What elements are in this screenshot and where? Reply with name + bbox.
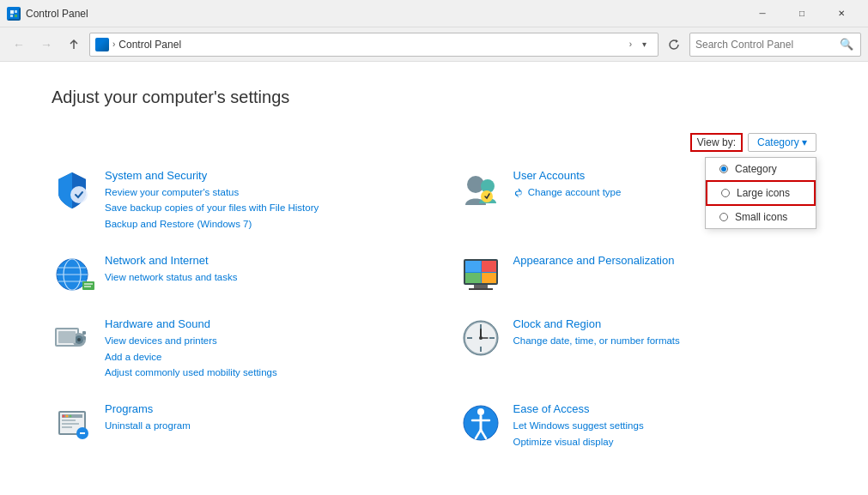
link-review-status[interactable]: Review your computer's status [105,184,409,200]
svg-rect-3 [10,15,13,17]
titlebar-title: Control Panel [26,8,743,20]
svg-point-9 [481,190,493,202]
dropdown-item-large-icons[interactable]: Large icons [706,180,816,206]
link-devices-printers[interactable]: View devices and printers [105,333,409,348]
link-add-device[interactable]: Add a device [105,349,409,365]
dropdown-category-label: Category [735,163,777,175]
svg-rect-45 [62,414,82,418]
radio-large-icons [721,189,730,197]
main-content: Adjust your computer's settings View by:… [0,62,868,495]
category-appearance: Appearance and Personalization [460,254,817,295]
forward-button[interactable]: → [34,33,58,57]
clock-region-icon [460,317,501,359]
svg-rect-25 [469,288,493,290]
svg-point-30 [77,338,81,341]
minimize-button[interactable]: ─ [743,0,782,27]
category-system-security: System and Security Review your computer… [52,169,409,232]
viewby-label: View by: [690,133,743,152]
category-clock-region: Clock and Region Change date, time, or n… [460,317,817,380]
appearance-icon [460,254,501,295]
svg-rect-24 [474,285,488,288]
svg-point-42 [479,336,483,340]
svg-point-47 [66,415,69,418]
categories-grid: System and Security Review your computer… [52,169,816,472]
programs-icon [52,402,93,444]
svg-rect-49 [62,420,76,421]
link-uninstall[interactable]: Uninstall a program [105,418,409,433]
window-controls: ─ □ ✕ [743,0,861,27]
svg-rect-50 [62,423,79,425]
ease-of-access-title[interactable]: Ease of Access [513,402,817,415]
svg-point-48 [70,415,72,418]
back-button[interactable]: ← [7,33,31,57]
svg-rect-21 [482,261,496,272]
appearance-title[interactable]: Appearance and Personalization [513,254,817,267]
address-arrow: › [629,39,632,49]
search-input[interactable] [695,39,838,51]
network-internet-content: Network and Internet View network status… [105,254,409,285]
svg-rect-51 [62,426,72,428]
system-security-title[interactable]: System and Security [105,169,409,182]
link-backup-restore[interactable]: Backup and Restore (Windows 7) [105,216,409,232]
link-windows-suggest[interactable]: Let Windows suggest settings [513,418,817,433]
svg-rect-15 [82,281,94,290]
programs-title[interactable]: Programs [105,402,409,415]
system-security-icon [52,169,93,210]
address-bar-icon [95,38,109,51]
programs-content: Programs Uninstall a program [105,402,409,433]
dropdown-item-small-icons[interactable]: Small icons [706,206,816,228]
svg-rect-1 [10,10,14,14]
clock-region-content: Clock and Region Change date, time, or n… [513,317,817,348]
refresh-button[interactable] [662,33,686,57]
page-title: Adjust your computer's settings [52,88,816,107]
svg-rect-2 [15,10,17,13]
svg-rect-22 [465,273,481,283]
radio-category [719,165,728,173]
system-security-content: System and Security Review your computer… [105,169,409,232]
link-network-status[interactable]: View network status and tasks [105,269,409,285]
app-icon [7,7,21,21]
viewby-dropdown-menu: Category Large icons Small icons [705,157,816,229]
svg-point-6 [70,186,88,203]
ease-of-access-icon [460,402,501,444]
close-button[interactable]: ✕ [822,0,861,27]
search-box: 🔍 [689,33,861,57]
svg-rect-32 [82,331,86,335]
address-bar: › Control Panel › ▾ [89,33,659,57]
search-button[interactable]: 🔍 [838,36,855,53]
category-programs: Programs Uninstall a program [52,402,409,450]
category-dropdown-button[interactable]: Category ▾ [748,133,816,152]
address-dropdown-button[interactable]: ▾ [635,33,653,56]
viewby-bar: View by: Category ▾ Category Large icons… [52,133,816,152]
user-accounts-icon [460,169,501,210]
network-internet-icon [52,254,93,295]
link-optimize-display[interactable]: Optimize visual display [513,434,817,450]
svg-rect-20 [465,261,481,272]
radio-small-icons [719,213,728,221]
hardware-sound-title[interactable]: Hardware and Sound [105,317,409,330]
link-date-time[interactable]: Change date, time, or number formats [513,333,817,348]
up-button[interactable] [62,33,86,57]
dropdown-small-icons-label: Small icons [735,211,787,223]
svg-rect-33 [82,336,86,340]
link-mobility-settings[interactable]: Adjust commonly used mobility settings [105,365,409,380]
appearance-content: Appearance and Personalization [513,254,817,269]
category-hardware-sound: Hardware and Sound View devices and prin… [52,317,409,380]
network-internet-title[interactable]: Network and Internet [105,254,409,267]
svg-rect-23 [482,273,496,283]
hardware-sound-icon [52,317,93,359]
svg-point-46 [63,415,65,418]
ease-of-access-content: Ease of Access Let Windows suggest setti… [513,402,817,450]
svg-marker-5 [676,39,678,43]
svg-point-56 [477,408,484,415]
maximize-button[interactable]: □ [782,0,822,27]
navbar: ← → › Control Panel › ▾ 🔍 [0,27,868,62]
svg-rect-31 [58,331,76,343]
titlebar: Control Panel ─ □ ✕ [0,0,868,27]
svg-rect-4 [15,15,17,17]
dropdown-item-category[interactable]: Category [706,158,816,180]
clock-region-title[interactable]: Clock and Region [513,317,817,330]
address-bar-text: Control Panel [118,39,625,51]
link-file-history[interactable]: Save backup copies of your files with Fi… [105,200,409,215]
category-network-internet: Network and Internet View network status… [52,254,409,295]
